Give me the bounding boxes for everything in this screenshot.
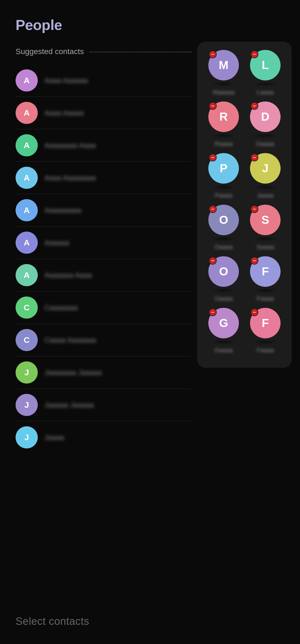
selected-contact-name: Laaaa [257,89,274,96]
contact-name: Caaaa Aaaaaaa [44,336,96,344]
selected-avatar-wrapper: O− [208,205,239,235]
selected-avatar-wrapper: F− [250,308,281,338]
selected-pair: O−OaaaaS−Saaaa [203,205,286,253]
avatar: A [16,167,38,189]
contact-name: Aaaa Aaaaa [44,109,84,117]
list-item[interactable]: AAaaa Aaaaa [16,97,192,129]
contact-name: Aaaa Aaaaaaaa [44,174,96,182]
contact-name: Jaaaa [44,433,64,442]
avatar: A [16,134,38,156]
avatar-shadow [253,288,278,293]
selected-contact-name: Gaaaa [214,347,233,354]
avatar-shadow [253,82,278,87]
avatar: A [16,102,38,124]
contact-name: Aaaaaaaaa [44,206,81,215]
selected-pair: P−PaaaaJ−Jaaaa [203,153,286,202]
selected-avatar-container: P−Paaaa [208,153,239,199]
remove-badge[interactable]: − [209,205,217,213]
remove-badge[interactable]: − [251,205,258,213]
selected-avatar-container: J−Jaaaa [250,153,281,199]
selected-pair: M−MaaaaaL−Laaaa [203,50,286,99]
avatar-shadow [253,133,278,138]
selected-contact-name: Oaaaa [214,244,233,251]
avatar-shadow [211,236,236,241]
selected-pair: G−GaaaaF−Faaaa [203,308,286,357]
dotted-divider [89,52,192,52]
list-item[interactable]: AAaaaaaaa Aaaa [16,129,192,162]
selected-avatar-wrapper: D− [250,102,281,132]
list-item[interactable]: JJaaaaaaa Jaaaaa [16,356,192,389]
remove-badge[interactable]: − [251,102,258,110]
avatar: J [16,361,38,384]
selected-contact-name: Oaaaa [214,295,233,302]
select-contacts-button[interactable]: Select contacts [16,615,89,627]
selected-panel: M−MaaaaaL−LaaaaR−RaaaaD−DaaaaP−PaaaaJ−Ja… [197,42,292,368]
avatar: J [16,426,38,448]
selected-contact-name: Raaaa [215,140,233,148]
remove-badge[interactable]: − [209,257,217,265]
section-header: Suggested contacts [16,47,192,56]
contact-name: Aaaaaaaa Aaaa [44,141,96,150]
selected-avatar-wrapper: R− [208,102,239,132]
selected-avatar-container: M−Maaaaa [208,50,239,96]
page-title: People [0,0,300,33]
selected-avatar-wrapper: O− [208,256,239,287]
avatar-shadow [253,185,278,190]
contact-name: Aaaaaaa Aaaa [44,271,92,280]
avatar-shadow [253,236,278,241]
remove-badge[interactable]: − [251,154,258,161]
avatar-shadow [211,133,236,138]
selected-avatar-container: O−Oaaaa [208,205,239,251]
list-item[interactable]: CCaaaaaaa [16,291,192,324]
bottom-bar: Select contacts [0,607,300,644]
contact-list: AAaaa AaaaaaAAaaa AaaaaAAaaaaaaa AaaaAAa… [16,64,192,453]
selected-avatar-container: R−Raaaa [208,102,239,148]
contact-name: Aaaa Aaaaaa [44,76,88,85]
selected-contact-name: Daaaa [256,140,274,148]
selected-avatar-container: D−Daaaa [250,102,281,148]
list-item[interactable]: AAaaa Aaaaaa [16,64,192,97]
selected-pair: R−RaaaaD−Daaaa [203,102,286,150]
list-item[interactable]: AAaaaaaa Aaaa [16,259,192,291]
selected-contact-name: Faaaa [257,295,274,302]
remove-badge[interactable]: − [209,50,217,58]
avatar: A [16,264,38,286]
avatar-shadow [211,185,236,190]
selected-contact-name: Paaaa [215,192,232,199]
selected-contact-name: Jaaaa [257,192,274,199]
remove-badge[interactable]: − [209,102,217,110]
selected-pair: O−OaaaaF−Faaaa [203,256,286,305]
avatar: A [16,69,38,92]
selected-avatar-container: F−Faaaa [250,256,281,302]
list-item[interactable]: CCaaaa Aaaaaaa [16,324,192,356]
avatar-shadow [211,339,236,344]
selected-avatar-container: L−Laaaa [250,50,281,96]
remove-badge[interactable]: − [251,308,258,316]
selected-grid: M−MaaaaaL−LaaaaR−RaaaaD−DaaaaP−PaaaaJ−Ja… [203,50,286,359]
remove-badge[interactable]: − [209,154,217,161]
avatar: J [16,394,38,416]
selected-avatar-wrapper: M− [208,50,239,80]
list-item[interactable]: JJaaaa [16,421,192,453]
avatar: A [16,232,38,254]
selected-avatar-wrapper: F− [250,256,281,287]
selected-contact-name: Saaaa [256,244,274,251]
list-item[interactable]: AAaaa Aaaaaaaa [16,162,192,194]
contact-name: Caaaaaaa [44,303,78,312]
selected-contact-name: Maaaaa [212,89,235,96]
selected-avatar-wrapper: L− [250,50,281,80]
selected-avatar-container: F−Faaaa [250,308,281,354]
selected-avatar-container: G−Gaaaa [208,308,239,354]
contact-list-section: Suggested contacts AAaaa AaaaaaAAaaa Aaa… [0,47,197,453]
avatar-shadow [253,339,278,344]
selected-avatar-container: S−Saaaa [250,205,281,251]
remove-badge[interactable]: − [251,257,258,265]
remove-badge[interactable]: − [209,308,217,316]
list-item[interactable]: AAaaaaaaaa [16,194,192,227]
contact-name: Aaaaaa [44,239,69,247]
list-item[interactable]: JJaaaaa Jaaaaa [16,389,192,421]
selected-contact-name: Faaaa [257,347,274,354]
avatar: A [16,199,38,221]
remove-badge[interactable]: − [251,50,258,58]
list-item[interactable]: AAaaaaa [16,227,192,259]
